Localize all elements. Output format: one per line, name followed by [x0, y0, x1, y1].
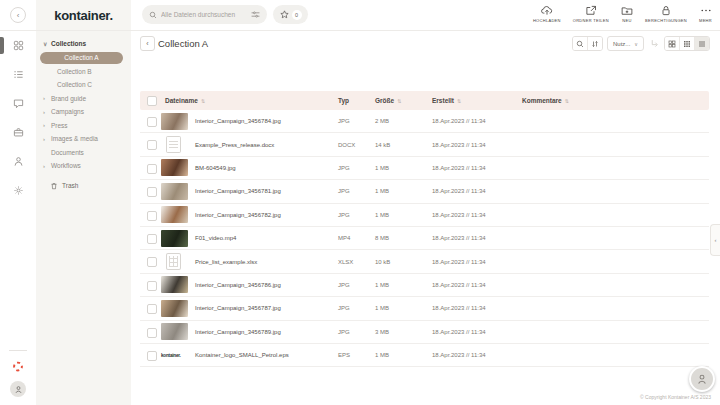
sidebar-item-collection-c[interactable]: Collection C — [36, 78, 131, 92]
row-checkbox[interactable] — [147, 351, 157, 361]
user-avatar[interactable] — [10, 381, 26, 397]
star-icon — [280, 10, 289, 19]
kontainer-logo[interactable]: kontainer. — [54, 8, 112, 23]
table-row[interactable]: F01_video.mp4 MP4 8 MB 18.Apr.2023 // 11… — [140, 227, 709, 250]
file-name[interactable]: F01_video.mp4 — [195, 227, 236, 249]
chevron-right-icon[interactable]: › — [43, 92, 45, 106]
sort-groesse-icon[interactable]: ⇅ — [397, 98, 401, 104]
sidebar-item-campaigns[interactable]: ›Campaigns — [36, 105, 131, 119]
file-thumbnail[interactable] — [167, 137, 180, 152]
new-folder-button[interactable]: NEU — [621, 5, 633, 23]
sort-dateiname-icon[interactable]: ⇅ — [201, 98, 205, 104]
filter-sliders-icon[interactable] — [251, 10, 260, 19]
row-checkbox[interactable] — [147, 234, 157, 244]
favorites-count-badge: 0 — [292, 10, 302, 20]
sidebar-item-collection-b[interactable]: Collection B — [36, 65, 131, 79]
file-size: 10 kB — [375, 250, 390, 272]
chevron-down-icon[interactable]: ∨ — [43, 37, 47, 51]
row-checkbox[interactable] — [147, 304, 157, 314]
file-name[interactable]: BM-604549.jpg — [195, 157, 236, 179]
sidebar-item-brand-guide[interactable]: ›Brand guide — [36, 92, 131, 106]
sort-erstellt-icon[interactable]: ⇅ — [457, 98, 461, 104]
row-checkbox[interactable] — [147, 140, 157, 150]
table-row[interactable]: kontainer. Kontainer_logo_SMALL_Petrol.e… — [140, 344, 709, 367]
table-row[interactable]: Price_list_example.xlsx XLSX 10 kB 18.Ap… — [140, 250, 709, 273]
global-search[interactable]: Alle Dateien durchsuchen — [142, 5, 267, 24]
file-name[interactable]: Interior_Campaign_3456784.jpg — [195, 110, 281, 132]
file-name[interactable]: Interior_Campaign_3456781.jpg — [195, 180, 281, 202]
file-thumbnail[interactable] — [167, 254, 180, 269]
row-checkbox[interactable] — [147, 211, 157, 221]
col-kommentare: Kommentare — [522, 97, 562, 104]
settings-gear-icon[interactable] — [12, 184, 24, 196]
briefcase-icon[interactable] — [12, 126, 24, 138]
file-name[interactable]: Interior_Campaign_3456789.jpg — [195, 321, 281, 343]
dashboard-grid-icon[interactable] — [12, 39, 24, 51]
chevron-down-icon: ∨ — [634, 41, 638, 47]
file-thumbnail[interactable] — [161, 113, 188, 130]
chevron-right-icon[interactable]: › — [43, 159, 45, 173]
collapse-panel-tab[interactable]: ‹ — [710, 224, 720, 256]
view-list-button[interactable] — [694, 37, 709, 50]
table-row[interactable]: Interior_Campaign_3456782.jpg JPG 1 MB 1… — [140, 204, 709, 227]
table-row[interactable]: Interior_Campaign_3456784.jpg JPG 2 MB 1… — [140, 110, 709, 133]
sidebar-item-collections[interactable]: ∨Collections — [36, 37, 131, 51]
file-name[interactable]: Interior_Campaign_3456787.jpg — [195, 297, 281, 319]
chevron-right-icon[interactable]: › — [43, 105, 45, 119]
folder-search-button[interactable] — [573, 37, 587, 50]
table-row[interactable]: Interior_Campaign_3456786.jpg JPG 1 MB 1… — [140, 274, 709, 297]
row-checkbox[interactable] — [147, 164, 157, 174]
comments-icon[interactable] — [12, 97, 24, 109]
chevron-right-icon[interactable]: › — [43, 132, 45, 146]
share-folder-button[interactable]: ORDNER TEILEN — [573, 5, 609, 23]
file-thumbnail[interactable] — [161, 323, 188, 340]
sidebar-item-documents[interactable]: Documents — [36, 146, 131, 160]
row-checkbox[interactable] — [147, 281, 157, 291]
collapse-rail-button[interactable]: ‹ — [10, 7, 26, 23]
file-name[interactable]: Interior_Campaign_3456786.jpg — [195, 274, 281, 296]
row-checkbox[interactable] — [147, 257, 157, 267]
file-thumbnail[interactable]: kontainer. — [161, 347, 193, 364]
row-checkbox[interactable] — [147, 187, 157, 197]
users-icon[interactable] — [12, 155, 24, 167]
user-filter-dropdown[interactable]: Nutz... ∨ — [607, 36, 644, 51]
view-grid-small-button[interactable] — [679, 37, 694, 50]
table-row[interactable]: Interior_Campaign_3456781.jpg JPG 1 MB 1… — [140, 180, 709, 203]
help-lifebuoy-icon[interactable] — [12, 360, 24, 372]
sidebar-item-collection-a[interactable]: Collection A — [40, 52, 123, 64]
upload-button[interactable]: HOCHLADEN — [533, 5, 561, 23]
table-row[interactable]: BM-604549.jpg JPG 1 MB 18.Apr.2023 // 11… — [140, 157, 709, 180]
support-chat-avatar[interactable] — [689, 366, 715, 392]
file-thumbnail[interactable] — [161, 159, 188, 176]
file-thumbnail[interactable] — [161, 230, 188, 247]
view-grid-large-button[interactable] — [665, 37, 679, 50]
sidebar-item-workflows[interactable]: ›Workflows — [36, 159, 131, 173]
sidebar-item-images-media[interactable]: ›Images & media — [36, 132, 131, 146]
sidebar-item-press[interactable]: ›Press — [36, 119, 131, 133]
file-thumbnail[interactable] — [161, 183, 188, 200]
file-name[interactable]: Interior_Campaign_3456782.jpg — [195, 204, 281, 226]
back-button[interactable]: ‹ — [140, 36, 155, 51]
file-thumbnail[interactable] — [161, 276, 188, 293]
file-thumbnail[interactable] — [161, 206, 188, 223]
file-thumbnail[interactable] — [161, 300, 188, 317]
file-name[interactable]: Price_list_example.xlsx — [195, 250, 257, 272]
favorites-button[interactable]: 0 — [273, 5, 308, 24]
table-row[interactable]: Example_Press_release.docx DOCX 14 kB 18… — [140, 133, 709, 156]
select-all-checkbox[interactable] — [147, 96, 157, 106]
permissions-button[interactable]: BERECHTIGUNGEN — [645, 5, 687, 23]
file-name[interactable]: Kontainer_logo_SMALL_Petrol.eps — [195, 344, 289, 366]
chevron-right-icon[interactable]: › — [43, 119, 45, 133]
row-checkbox[interactable] — [147, 328, 157, 338]
more-button[interactable]: MEHR — [699, 5, 712, 23]
sort-kommentare-icon[interactable]: ⇅ — [565, 98, 569, 104]
row-checkbox[interactable] — [147, 117, 157, 127]
sort-order-button[interactable] — [587, 37, 602, 50]
file-name[interactable]: Example_Press_release.docx — [195, 133, 274, 155]
file-type: XLSX — [338, 250, 353, 272]
subfolder-arrow-icon[interactable] — [648, 38, 660, 50]
table-row[interactable]: Interior_Campaign_3456789.jpg JPG 3 MB 1… — [140, 321, 709, 344]
list-view-icon[interactable] — [12, 68, 24, 80]
sidebar-item-trash[interactable]: Trash — [36, 182, 131, 190]
table-row[interactable]: Interior_Campaign_3456787.jpg JPG 1 MB 1… — [140, 297, 709, 320]
